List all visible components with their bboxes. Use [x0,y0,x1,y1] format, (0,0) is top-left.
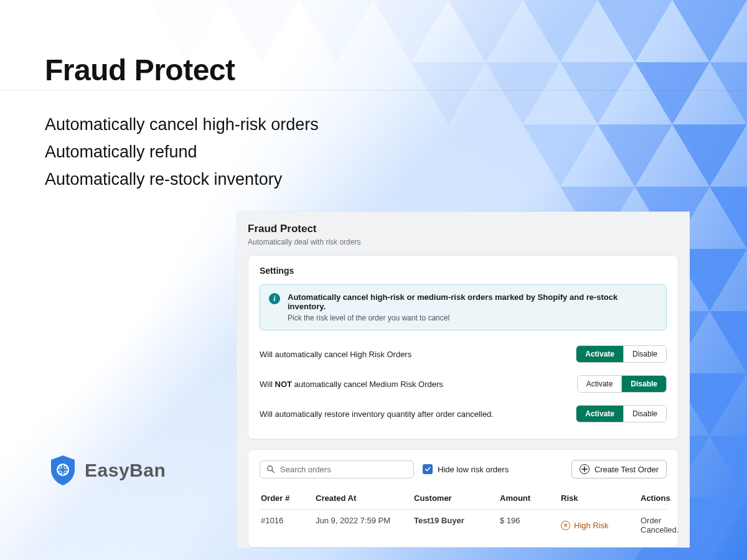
cell-risk: High Risk [561,516,636,534]
cell-created: Jun 9, 2022 7:59 PM [316,516,409,534]
setting-label: Will automatically cancel High Risk Orde… [260,350,411,359]
hero-title: Fraud Protect [45,53,235,87]
hero-bullet: Automatically refund [45,139,319,166]
setting-label: Will automatically restore inventory qua… [260,409,494,419]
plus-circle-icon [580,464,590,474]
orders-card: Hide low risk orders Create Test Order O… [248,449,679,548]
cell-actions: Order Cancelled. [641,516,679,534]
svg-rect-31 [62,465,64,468]
app-title: Fraud Protect [248,223,679,235]
brand-shield-icon [49,454,77,487]
brand: EasyBan [49,454,166,487]
activate-button[interactable]: Activate [576,346,623,362]
divider [0,90,747,91]
svg-rect-33 [58,469,61,471]
col-order: Order # [261,493,311,503]
search-input-wrapper[interactable] [260,460,414,478]
col-risk: Risk [561,493,636,503]
table-row[interactable]: #1016 Jun 9, 2022 7:59 PM Test19 Buyer $… [260,510,667,541]
svg-rect-32 [62,472,64,475]
disable-button[interactable]: Disable [621,376,666,392]
col-amount: Amount [500,493,556,503]
settings-card: Settings i Automatically cancel high-ris… [248,255,679,439]
segment-medium-risk: Activate Disable [577,375,667,393]
cell-order: #1016 [261,516,311,534]
svg-line-41 [272,470,274,472]
create-test-order-label: Create Test Order [594,465,659,474]
hero-bullet: Automatically cancel high-risk orders [45,112,319,138]
disable-button[interactable]: Disable [623,346,666,362]
svg-point-39 [61,468,65,472]
hide-low-risk-label: Hide low risk orders [438,465,509,474]
cell-amount: $ 196 [500,516,556,534]
disable-button[interactable]: Disable [623,406,666,422]
app-panel: Fraud Protect Automatically deal with ri… [237,212,690,548]
info-icon: i [269,293,280,304]
svg-rect-34 [65,469,68,471]
segment-high-risk: Activate Disable [576,345,667,363]
activate-button[interactable]: Activate [578,376,622,392]
checkbox-checked-icon [423,464,433,474]
hero-bullet: Automatically re-stock inventory [45,167,319,193]
orders-toolbar: Hide low risk orders Create Test Order [260,460,667,478]
risk-high-icon [561,521,570,530]
setting-row-medium-risk: Will NOT automatically cancel Medium Ris… [260,369,667,399]
info-banner: i Automatically cancel high-risk or medi… [260,284,667,330]
settings-heading: Settings [260,266,667,276]
create-test-order-button[interactable]: Create Test Order [571,460,667,478]
col-customer: Customer [414,493,495,503]
activate-button[interactable]: Activate [576,406,623,422]
hide-low-risk-toggle[interactable]: Hide low risk orders [423,464,509,474]
brand-name: EasyBan [85,460,166,481]
setting-label: Will NOT automatically cancel Medium Ris… [260,380,443,389]
risk-label: High Risk [574,521,609,530]
info-line2: Pick the risk level of the order you wan… [288,314,657,322]
col-actions: Actions [641,493,670,503]
setting-row-high-risk: Will automatically cancel High Risk Orde… [260,339,667,369]
cell-customer: Test19 Buyer [414,516,495,534]
search-input[interactable] [280,465,407,474]
col-created: Created At [316,493,409,503]
app-subtitle: Automatically deal with risk orders [248,238,679,246]
setting-row-restock: Will automatically restore inventory qua… [260,399,667,429]
hero-bullets: Automatically cancel high-risk orders Au… [45,112,319,194]
search-icon [266,465,275,474]
orders-table-head: Order # Created At Customer Amount Risk … [260,487,667,510]
segment-restock: Activate Disable [576,405,667,422]
info-line1: Automatically cancel high-risk or medium… [288,292,657,311]
